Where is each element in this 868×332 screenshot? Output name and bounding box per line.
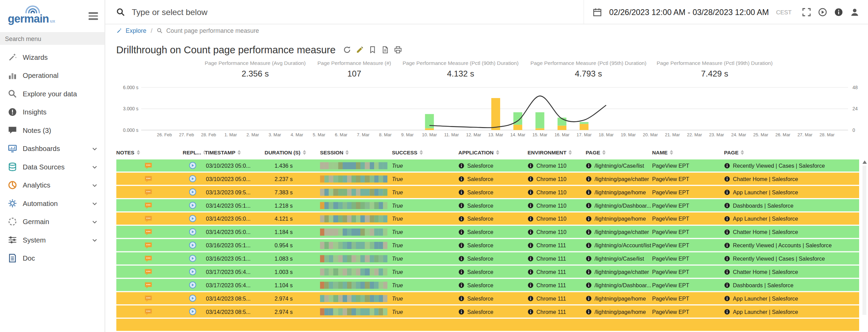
- info-icon[interactable]: [527, 295, 534, 301]
- info-icon[interactable]: [724, 282, 730, 288]
- table-row[interactable]: 03/16/2023 05:1...1.083 sTrueSalesforceC…: [116, 252, 859, 265]
- info-icon[interactable]: [724, 255, 730, 262]
- note-comment-icon[interactable]: [144, 241, 152, 249]
- sidebar-item-automation[interactable]: Automation: [0, 194, 105, 212]
- sort-icon[interactable]: [238, 150, 241, 155]
- info-icon[interactable]: [527, 242, 534, 248]
- replay-play-icon[interactable]: [189, 281, 197, 289]
- info-icon[interactable]: [458, 269, 465, 275]
- info-icon[interactable]: [458, 189, 465, 195]
- user-icon[interactable]: [850, 8, 859, 16]
- session-thumbnail[interactable]: [320, 268, 388, 275]
- note-comment-icon[interactable]: [144, 268, 152, 275]
- sort-icon[interactable]: [419, 150, 423, 155]
- info-icon[interactable]: [724, 269, 730, 275]
- column-header-duration-s[interactable]: DURATION (S): [265, 149, 320, 155]
- note-comment-icon[interactable]: [144, 228, 152, 235]
- info-icon[interactable]: [724, 162, 730, 168]
- scrollbar-track[interactable]: [863, 165, 866, 315]
- sort-icon[interactable]: [602, 150, 606, 155]
- info-icon[interactable]: [724, 295, 730, 301]
- sidebar-item-analytics[interactable]: Analytics: [0, 176, 105, 194]
- session-thumbnail[interactable]: [320, 308, 388, 315]
- info-icon[interactable]: [585, 162, 592, 168]
- column-header-session[interactable]: SESSION: [320, 149, 392, 155]
- note-comment-icon[interactable]: [144, 255, 152, 262]
- column-header-notes[interactable]: NOTES: [116, 149, 182, 155]
- table-row[interactable]: 03/10/2023 05:0...2.237 sTrueSalesforceC…: [116, 172, 859, 185]
- replay-play-icon[interactable]: [189, 294, 197, 302]
- info-icon[interactable]: [527, 255, 534, 262]
- sort-icon[interactable]: [569, 150, 572, 155]
- note-comment-icon[interactable]: [144, 295, 152, 302]
- info-icon[interactable]: [585, 242, 592, 248]
- info-icon[interactable]: [585, 229, 592, 235]
- note-comment-icon[interactable]: [144, 189, 152, 196]
- table-row[interactable]: [116, 319, 859, 331]
- date-range-picker[interactable]: 02/26/2023 12:00 AM - 03/28/2023 12:00 A…: [609, 8, 769, 16]
- column-header-application[interactable]: APPLICATION: [458, 149, 528, 155]
- info-icon[interactable]: [585, 202, 592, 208]
- info-icon[interactable]: [458, 229, 465, 235]
- info-icon[interactable]: [585, 216, 592, 222]
- info-icon[interactable]: [585, 255, 592, 262]
- table-row[interactable]: 03/13/2023 09:5...7.383 sTrueSalesforceC…: [116, 186, 859, 198]
- info-icon[interactable]: [585, 295, 592, 301]
- sort-icon[interactable]: [741, 150, 744, 155]
- info-icon[interactable]: [527, 176, 534, 182]
- info-icon[interactable]: [527, 269, 534, 275]
- replay-play-icon[interactable]: [189, 188, 197, 196]
- note-comment-icon[interactable]: [144, 175, 152, 182]
- replay-play-icon[interactable]: [189, 202, 197, 209]
- sort-icon[interactable]: [496, 150, 499, 155]
- table-row[interactable]: 03/14/2023 08:5...2.974 sTrueSalesforceC…: [116, 305, 859, 318]
- session-thumbnail[interactable]: [320, 241, 388, 249]
- column-header-repl[interactable]: REPL...: [183, 149, 205, 155]
- info-circle-icon[interactable]: [834, 8, 843, 16]
- info-icon[interactable]: [585, 189, 592, 195]
- replay-play-icon[interactable]: [189, 268, 197, 276]
- sidebar-item-operational[interactable]: Operational: [0, 66, 105, 84]
- note-comment-icon[interactable]: [144, 162, 152, 169]
- table-row[interactable]: 03/14/2023 05:0...4.121 sTrueSalesforceC…: [116, 212, 859, 225]
- table-row[interactable]: 03/10/2023 05:0...1.436 sTrueSalesforceC…: [116, 160, 859, 172]
- column-header-success[interactable]: SUCCESS: [392, 149, 458, 155]
- table-row[interactable]: 03/17/2023 05:4...1.104 sTrueSalesforceC…: [116, 279, 859, 291]
- calendar-icon[interactable]: [593, 8, 602, 16]
- info-icon[interactable]: [458, 162, 465, 168]
- session-thumbnail[interactable]: [320, 215, 388, 222]
- note-comment-icon[interactable]: [144, 308, 152, 315]
- replay-play-icon[interactable]: [189, 215, 197, 223]
- edit-pencil-button[interactable]: [356, 46, 364, 54]
- sidebar-item-doc[interactable]: Doc: [0, 249, 105, 267]
- info-icon[interactable]: [458, 242, 465, 248]
- column-header-environment[interactable]: ENVIRONMENT: [527, 149, 585, 155]
- info-icon[interactable]: [724, 202, 730, 208]
- play-circle-icon[interactable]: [818, 8, 827, 16]
- info-icon[interactable]: [527, 189, 534, 195]
- breadcrumb-explore-link[interactable]: Explore: [126, 27, 146, 33]
- note-comment-icon[interactable]: [144, 281, 152, 289]
- info-icon[interactable]: [724, 242, 730, 248]
- info-icon[interactable]: [458, 202, 465, 208]
- info-icon[interactable]: [527, 202, 534, 208]
- info-icon[interactable]: [527, 308, 534, 315]
- sort-icon[interactable]: [346, 150, 349, 155]
- germain-logo[interactable]: germainux: [8, 4, 55, 25]
- replay-play-icon[interactable]: [189, 228, 197, 236]
- session-thumbnail[interactable]: [320, 295, 388, 302]
- replay-play-icon[interactable]: [189, 254, 197, 262]
- info-icon[interactable]: [724, 216, 730, 222]
- column-header-timestamp[interactable]: TIMESTAMP: [205, 149, 265, 155]
- sort-icon[interactable]: [303, 150, 306, 155]
- info-icon[interactable]: [724, 308, 730, 315]
- info-icon[interactable]: [724, 189, 730, 195]
- info-icon[interactable]: [585, 282, 592, 288]
- replay-play-icon[interactable]: [189, 241, 197, 249]
- table-row[interactable]: 03/17/2023 05:4...1.003 sTrueSalesforceC…: [116, 266, 859, 278]
- info-icon[interactable]: [585, 269, 592, 275]
- sidebar-item-explore-your-data[interactable]: Explore your data: [0, 85, 105, 103]
- session-thumbnail[interactable]: [320, 189, 388, 196]
- session-thumbnail[interactable]: [320, 202, 388, 209]
- menu-search-input[interactable]: [0, 32, 105, 45]
